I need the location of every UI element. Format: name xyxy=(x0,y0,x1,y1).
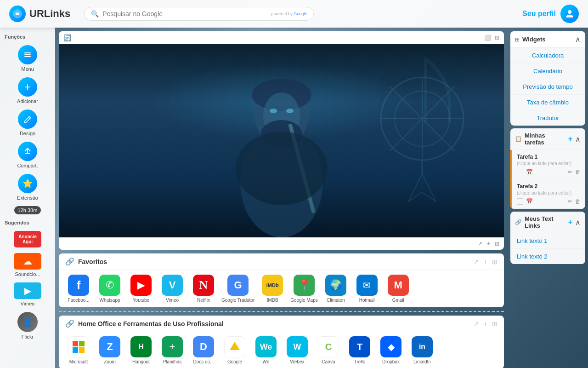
ho-item-dropbox[interactable]: ◆ Dropbox xyxy=(378,336,404,364)
google-maps-name: Google Maps xyxy=(290,298,317,303)
vikings-panel: 🔄 ⬜ ⊞ ᚢ xyxy=(59,31,504,250)
design-label: Design xyxy=(20,131,35,136)
task-2-hint[interactable]: (clique ao lado para editar) xyxy=(517,190,581,196)
favorites-add-btn[interactable]: + xyxy=(484,258,487,265)
widget-previsao[interactable]: Previsão do tempo xyxy=(510,79,585,95)
panel-share-btn[interactable]: ↗ xyxy=(478,241,482,247)
task-1-calendar-icon[interactable]: 📅 xyxy=(526,169,533,175)
sidebar-item-flickr[interactable]: 👤 Flickr xyxy=(0,310,55,341)
anuncie-thumb: AnuncieAqui xyxy=(14,231,41,247)
homeoffice-add-btn[interactable]: + xyxy=(484,320,487,328)
task-2-calendar-icon[interactable]: 📅 xyxy=(526,198,533,205)
favorites-grid-btn[interactable]: ⊞ xyxy=(492,258,498,265)
widget-tradutor[interactable]: Tradutor xyxy=(510,110,585,126)
fav-item-whatsapp[interactable]: ✆ Whatsapp xyxy=(96,275,123,303)
ho-item-canva[interactable]: C Canva xyxy=(315,336,342,364)
sidebar-item-anuncie[interactable]: AnuncieAqui xyxy=(0,229,55,249)
sidebar-item-compartilhar[interactable]: Compart. xyxy=(0,140,55,170)
panel-minimize-btn[interactable]: ⬜ xyxy=(484,34,491,41)
homeoffice-settings-btn[interactable]: ⊞ xyxy=(492,320,498,328)
climaten-thumb: 🌍 xyxy=(325,275,346,296)
planilhas-name: Planilhas xyxy=(163,359,182,364)
compartilhar-label: Compart. xyxy=(17,163,38,168)
time-badge: 12h 38m xyxy=(14,206,41,214)
we-thumb: We xyxy=(255,336,277,357)
ho-item-we[interactable]: We We xyxy=(253,336,279,364)
favorites-icon: 🔗 xyxy=(65,257,74,266)
ho-item-webex[interactable]: W Webex xyxy=(284,336,311,364)
profile-avatar[interactable] xyxy=(560,5,579,23)
svg-rect-5 xyxy=(24,56,31,57)
task-1-hint[interactable]: (clique ao lado para editar) xyxy=(517,161,581,166)
fav-item-netflix[interactable]: N Netflix xyxy=(190,275,217,303)
ho-item-microsoft[interactable]: Microsoft xyxy=(65,336,92,364)
ho-item-trello[interactable]: T Trello xyxy=(346,336,373,364)
panel-add-btn[interactable]: + xyxy=(487,241,490,247)
fav-item-hotmail[interactable]: ✉ Hotmail xyxy=(354,275,380,303)
profile-label[interactable]: Seu perfil xyxy=(522,10,556,18)
panel-header: 🔄 ⬜ ⊞ xyxy=(59,31,504,44)
textlinks-add-btn[interactable]: + xyxy=(568,218,572,226)
task-2-checkbox[interactable] xyxy=(517,198,523,205)
task-1-checkbox[interactable] xyxy=(517,169,523,175)
profile-section: Seu perfil xyxy=(522,5,579,23)
fav-item-facebook[interactable]: f Faceboo... xyxy=(65,275,92,303)
homeoffice-share-btn[interactable]: ↗ xyxy=(474,320,479,328)
favorites-share-btn[interactable]: ↗ xyxy=(474,258,479,265)
docs-name: Docs do... xyxy=(193,359,214,364)
logo[interactable]: URLinks xyxy=(9,6,70,22)
imdb-thumb: IMDb xyxy=(262,275,283,296)
sidebar-item-menu[interactable]: Menu xyxy=(0,43,55,74)
task-1-delete-btn[interactable]: 🗑 xyxy=(575,169,581,175)
task-2-delete-btn[interactable]: 🗑 xyxy=(575,198,581,205)
compartilhar-icon xyxy=(18,142,37,161)
task-1-edit-btn[interactable]: ✏ xyxy=(568,169,572,175)
panel-controls: ⬜ ⊞ xyxy=(484,34,499,41)
ho-item-google-drive[interactable]: Google xyxy=(221,336,248,364)
sidebar-item-adicionar[interactable]: + Adicionar xyxy=(0,75,55,106)
search-bar[interactable]: 🔍 powered by Google xyxy=(84,7,314,21)
widgets-header: ⊞ Widgets ∧ xyxy=(510,31,585,48)
fav-item-imdb[interactable]: IMDb IMDB xyxy=(259,275,286,303)
panel-refresh-icon[interactable]: 🔄 xyxy=(63,34,71,41)
textlink-item-1[interactable]: Link texto 1 xyxy=(510,233,585,249)
soundcloud-label: Soundclo... xyxy=(15,271,40,277)
linkedin-name: LinkedIn xyxy=(413,359,431,364)
search-input[interactable] xyxy=(102,10,267,17)
widget-taxa[interactable]: Taxa de câmbio xyxy=(510,95,585,110)
zoom-name: Zoom xyxy=(104,359,116,364)
task-1-actions: 📅 ✏ 🗑 xyxy=(517,169,581,175)
textlinks-collapse-btn[interactable]: ∧ xyxy=(575,218,581,227)
fav-item-vimeo[interactable]: V Vimeo xyxy=(159,275,186,303)
canva-thumb: C xyxy=(318,336,339,357)
ho-item-linkedin[interactable]: in LinkedIn xyxy=(409,336,435,364)
fav-item-google-maps[interactable]: 📍 Google Maps xyxy=(290,275,317,303)
sidebar-item-design[interactable]: Design xyxy=(0,108,55,138)
widget-calendario[interactable]: Calendário xyxy=(510,63,585,79)
widgets-collapse-btn[interactable]: ∧ xyxy=(575,35,581,44)
tasks-collapse-btn[interactable]: ∧ xyxy=(575,135,581,144)
sidebar-item-extensao[interactable]: ⭐ Extensão xyxy=(0,172,55,202)
ho-item-hangout[interactable]: H Hangout xyxy=(128,336,154,364)
vimeo-label: Vimeo xyxy=(21,301,35,306)
sidebar-item-vimeo[interactable]: ▶ Vimeo xyxy=(0,281,55,308)
textlink-item-2[interactable]: Link texto 2 xyxy=(510,249,585,264)
whatsapp-name: Whatsapp xyxy=(99,298,120,303)
fav-item-google-tradutor[interactable]: G Google Tradutor xyxy=(221,275,254,303)
fav-item-climaten[interactable]: 🌍 Climaten xyxy=(322,275,349,303)
tasks-add-btn[interactable]: + xyxy=(568,135,572,143)
panel-settings-btn[interactable]: ⊞ xyxy=(495,241,499,247)
fav-item-gmail[interactable]: M Gmail xyxy=(385,275,412,303)
panel-grid-btn[interactable]: ⊞ xyxy=(495,34,499,41)
ho-item-docs[interactable]: D Docs do... xyxy=(190,336,217,364)
task-2-edit-btn[interactable]: ✏ xyxy=(568,198,572,205)
ho-item-zoom[interactable]: Z Zoom xyxy=(96,336,123,364)
fav-item-youtube[interactable]: ▶ Youtube xyxy=(128,275,154,303)
textlinks-header: 🔗 Meus Text Links + ∧ xyxy=(510,212,585,233)
flickr-thumb: 👤 xyxy=(17,312,38,332)
ho-item-planilhas[interactable]: + Planilhas xyxy=(159,336,186,364)
sidebar-item-soundcloud[interactable]: ☁ Soundclo... xyxy=(0,251,55,279)
tasks-section: 📋 Minhas tarefas + ∧ Tarefa 1 (clique ao… xyxy=(510,128,585,209)
svg-rect-19 xyxy=(73,347,78,353)
widget-calculadora[interactable]: Calculadora xyxy=(510,48,585,63)
